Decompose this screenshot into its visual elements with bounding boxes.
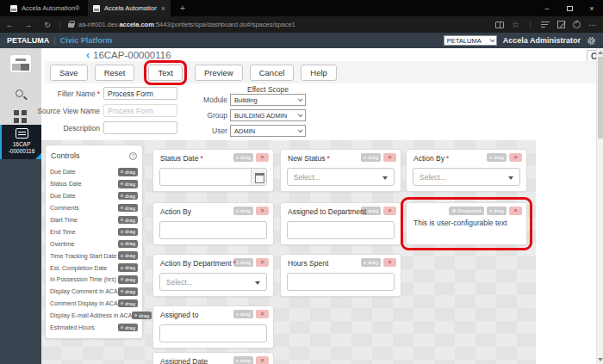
drag-badge[interactable]: drag [487,207,507,215]
drag-badge[interactable]: drag [233,153,253,162]
browser-tab-inactive[interactable]: Accela Automation® [5,0,86,16]
forward-icon[interactable]: → [19,21,38,29]
description-input[interactable] [103,121,177,134]
module-select[interactable]: Building [230,94,306,106]
refresh-icon[interactable]: ↻ [38,21,57,29]
help-icon[interactable]: ? [129,152,137,160]
reset-button[interactable]: Reset [95,65,135,81]
drag-handle-icon [121,267,123,269]
control-list-item[interactable]: Estimated Hoursdrag [46,322,142,334]
text-button[interactable]: Text [148,65,182,81]
text-input[interactable] [287,273,395,291]
control-list-item[interactable]: Due Datedrag [46,190,142,202]
remove-badge[interactable]: × [256,310,269,318]
drag-badge[interactable]: drag [361,258,381,267]
select-input[interactable]: Select... [159,273,267,291]
close-tab-icon[interactable]: × [161,4,165,13]
drag-badge[interactable]: drag [118,299,138,308]
remove-badge[interactable]: × [256,153,269,162]
search-icon[interactable] [16,89,23,97]
control-list-item[interactable]: Due Datedrag [46,166,142,178]
drag-badge[interactable]: drag [487,153,507,162]
control-list-item[interactable]: Display Comment in ACAdrag [46,286,142,298]
control-list-item[interactable]: Display E-mail Address in ACAdrag [46,310,142,322]
help-button[interactable]: Help [301,65,337,81]
logged-in-user[interactable]: Accela Administrator [503,36,581,45]
drag-badge[interactable]: drag [118,228,138,237]
back-chevron-icon[interactable]: ‹ [86,49,90,61]
control-list-item[interactable]: Overtimedrag [46,238,142,250]
agency-select[interactable]: PETALUMA [444,35,497,46]
share-icon[interactable] [573,21,581,28]
reading-view-icon[interactable] [495,22,504,28]
remove-badge[interactable]: × [256,207,269,215]
control-list-item[interactable]: End Timedrag [46,225,142,238]
drag-badge[interactable]: drag [233,356,253,364]
scrollbar-thumb[interactable] [598,57,603,139]
apps-grid-icon[interactable] [14,110,28,124]
group-select[interactable]: BUILDING ADMIN [230,109,306,121]
control-list-item[interactable]: Time Tracking Start Datedrag [46,250,142,262]
drag-badge[interactable]: drag [118,240,138,249]
drag-badge[interactable]: drag [233,258,253,267]
url-text[interactable]: aa-nft001.dev.accela.com:5443/portlets/s… [78,21,295,28]
calendar-icon[interactable] [251,169,266,185]
maximize-button[interactable] [558,0,581,16]
select-input[interactable]: Select... [413,168,520,186]
drag-badge[interactable]: drag [118,324,138,332]
drag-badge[interactable]: drag [118,204,138,213]
favorites-star-icon[interactable]: ☆ [512,21,519,29]
filter-name-input[interactable] [103,87,177,100]
scroll-down-icon[interactable] [598,358,603,361]
date-input[interactable] [159,168,267,186]
new-tab-button[interactable]: + [176,0,190,16]
drag-badge[interactable]: drag [118,180,138,188]
remove-badge[interactable]: × [383,153,396,162]
remove-badge[interactable]: × [256,258,269,267]
browser-tab-active[interactable]: Accela Automation® × [88,0,171,16]
close-window-button[interactable]: × [581,0,603,16]
text-input[interactable] [159,324,267,342]
launchpad-icon[interactable] [10,55,31,72]
control-list-item[interactable]: Est. Completion Datedrag [46,262,142,274]
user-select[interactable]: ADMIN [230,125,306,137]
card-badges: drag× [361,258,396,267]
save-button[interactable]: Save [50,65,88,81]
properties-badge[interactable]: Properties [449,207,484,215]
drag-badge[interactable]: drag [118,275,138,284]
remove-badge[interactable]: × [383,207,396,215]
drag-badge[interactable]: drag [118,251,138,260]
remove-badge[interactable]: × [509,207,522,215]
control-list-item[interactable]: Comment Display in ACAdrag [46,298,142,310]
control-list-item[interactable]: Status Datedrag [46,178,142,190]
control-list-item[interactable]: Start Timedrag [46,214,142,226]
web-note-icon[interactable] [557,21,565,28]
minimize-button[interactable]: – [536,0,558,16]
control-list-item[interactable]: In Possession Time (hrs)drag [46,274,142,286]
drag-badge[interactable]: drag [233,207,253,215]
scroll-up-icon[interactable] [598,51,603,54]
remove-badge[interactable]: × [383,258,396,267]
hub-icon[interactable] [541,22,550,28]
drag-badge[interactable]: drag [118,168,138,176]
select-input[interactable]: Select... [287,168,395,186]
more-icon[interactable]: ⋯ [588,21,597,29]
remove-badge[interactable]: × [509,153,522,162]
page-scrollbar[interactable] [596,48,603,364]
drag-badge[interactable]: drag [233,310,253,318]
drag-badge[interactable]: drag [118,216,138,225]
drag-badge[interactable]: drag [361,153,381,162]
select-placeholder: Select... [294,173,320,182]
drag-badge[interactable]: drag [118,287,138,296]
preview-button[interactable]: Preview [195,65,243,81]
control-list-item[interactable]: Commentsdrag [46,202,142,214]
product-name-link[interactable]: Civic Platform [60,36,113,45]
gear-icon[interactable] [587,36,596,46]
cancel-button[interactable]: Cancel [250,65,295,81]
drag-badge[interactable]: drag [118,263,138,272]
remove-badge[interactable]: × [256,356,269,364]
text-input[interactable] [159,221,267,239]
text-input[interactable] [287,221,395,239]
back-icon[interactable]: ← [0,21,19,29]
drag-badge[interactable]: drag [118,192,138,201]
